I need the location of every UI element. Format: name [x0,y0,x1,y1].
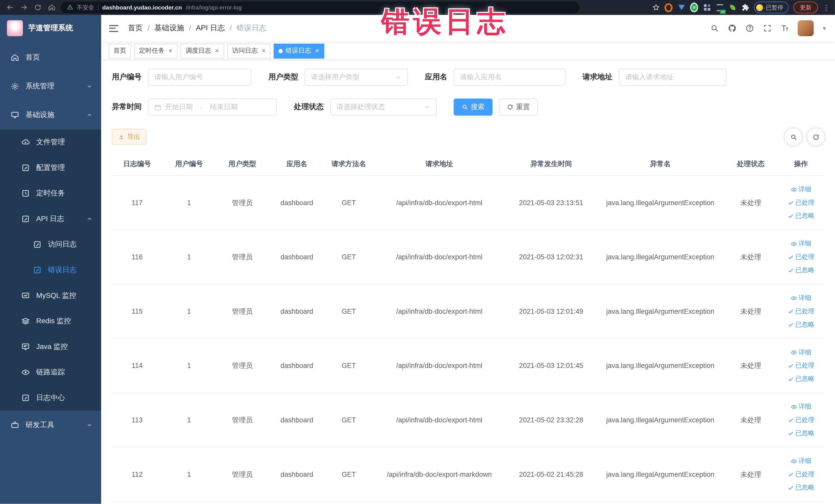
fullscreen-icon[interactable] [762,23,772,33]
process-action-link[interactable]: 已处理 [787,198,814,207]
detail-action-link[interactable]: 详细 [791,185,811,194]
reset-button[interactable]: 重置 [499,99,538,116]
tab-close-icon[interactable]: ✕ [168,48,173,54]
table-cell: 2021-05-03 12:01:49 [506,307,596,315]
tab-job-log[interactable]: 调度日志✕ [181,43,224,58]
tab-close-icon[interactable]: ✕ [261,48,266,54]
refresh-table-icon[interactable] [807,128,824,145]
extension-blue-icon[interactable] [677,3,685,11]
tab-job[interactable]: 定时任务✕ [134,43,178,58]
toggle-search-icon[interactable] [785,128,802,145]
address-bar[interactable]: 不安全 dashboard.yudao.iocoder.cn/infra/log… [61,2,579,13]
filter-row-1: 用户编号 请输入用户编号 用户类型 请选择用户类型 应用名 请输入应用名 请求地… [112,69,824,86]
process-action-link[interactable]: 已处理 [787,470,814,479]
table-row: 1121管理员dashboardGET/api/infra/db-doc/exp… [112,447,824,502]
extension-on-icon[interactable]: on [716,3,724,11]
eye-icon [791,458,797,464]
github-icon[interactable] [728,23,737,33]
help-icon[interactable] [745,23,754,33]
process-action-link[interactable]: 已处理 [787,307,814,316]
sidebar-item-dev-tools[interactable]: 研发工具 [0,410,101,439]
extension-leaf-icon[interactable] [729,3,736,11]
process-action-link[interactable]: 已处理 [787,253,814,261]
extension-grid-icon[interactable] [703,3,711,11]
table-cell: GET [325,416,373,424]
sidebar-item-job[interactable]: 定时任务 [0,181,101,206]
tab-close-icon[interactable]: ✕ [315,48,319,54]
font-size-icon[interactable] [780,23,790,33]
sidebar-item-trace[interactable]: 链路追踪 [0,360,101,385]
exception-time-label: 异常时间 [112,102,142,112]
hamburger-icon[interactable] [109,25,118,32]
sidebar-item-infra[interactable]: 基础设施 [0,101,101,129]
search-button[interactable]: 搜索 [453,99,492,116]
detail-action-link[interactable]: 详细 [791,348,811,357]
extension-green-v-icon[interactable]: V [690,3,698,11]
check-icon [787,200,794,206]
ignore-action-link[interactable]: 已忽略 [787,483,814,492]
process-action-link[interactable]: 已处理 [787,416,814,424]
exception-time-range-picker[interactable]: 开始日期 - 结束日期 [148,99,277,116]
sidebar-item-redis[interactable]: Redis 监控 [0,308,101,334]
toolbox-icon [11,421,19,429]
sidebar-item-file[interactable]: 文件管理 [0,129,101,155]
avatar-caret-down-icon[interactable]: ▼ [822,25,827,31]
sidebar-item-api-log[interactable]: API 日志 [0,206,101,232]
bookmark-star-icon[interactable] [652,3,660,11]
ignore-action-link[interactable]: 已忽略 [787,211,814,221]
export-button[interactable]: 导出 [112,129,147,145]
app-name-input[interactable]: 请输入应用名 [453,69,566,86]
table-cell: /api/infra/db-doc/export-html [373,253,506,261]
detail-action-link[interactable]: 详细 [791,402,811,411]
reload-icon[interactable] [33,3,43,12]
back-icon[interactable] [5,3,15,12]
process-status-select[interactable]: 请选择处理状态 [330,99,436,116]
ignore-action-link[interactable]: 已忽略 [787,429,814,438]
detail-action-link[interactable]: 详细 [791,239,811,248]
ignore-action-link[interactable]: 已忽略 [787,266,814,275]
eye-icon [791,186,797,193]
column-header: 请求方法名 [325,159,373,169]
user-type-select[interactable]: 请选择用户类型 [305,69,408,86]
profile-paused-badge[interactable]: 已暂停 [754,2,789,13]
tab-error-log[interactable]: 错误日志✕ [274,43,324,58]
tab-close-icon[interactable]: ✕ [215,48,219,54]
browser-menu-kebab-icon[interactable]: ⋮ [823,4,830,11]
calendar-icon [155,103,161,110]
tab-home[interactable]: 首页 [108,43,131,58]
breadcrumb-item[interactable]: API 日志 [196,23,225,33]
sidebar-item-system[interactable]: 系统管理 [0,72,101,101]
process-action-link[interactable]: 已处理 [787,361,814,370]
user-id-label: 用户编号 [112,73,142,82]
ignore-action-link[interactable]: 已忽略 [787,374,814,383]
request-url-input[interactable]: 请输入请求地址 [619,69,727,86]
home-icon[interactable] [47,3,57,12]
table-cell: 未处理 [724,415,777,425]
sidebar-item-log-center[interactable]: 日志中心 [0,385,101,411]
sidebar-item-mysql[interactable]: MySQL 监控 [0,283,101,309]
security-warning-icon [67,4,73,11]
app-header: 首页/ 基础设施/ API 日志/ 错误日志 ▼ [101,15,835,42]
tab-access-log[interactable]: 访问日志✕ [227,43,270,58]
update-button[interactable]: 更新 [793,2,818,13]
user-avatar[interactable] [798,20,814,36]
breadcrumb-item[interactable]: 基础设施 [154,23,184,33]
extension-orange-icon[interactable] [665,3,673,11]
edit-square-icon [21,394,30,402]
security-label[interactable]: 不安全 [77,3,94,11]
sidebar-item-config[interactable]: 配置管理 [0,155,101,181]
sidebar-item-access-log[interactable]: 访问日志 [0,231,101,257]
forward-icon[interactable] [19,3,29,12]
sidebar-item-home[interactable]: 首页 [0,43,101,72]
sidebar-item-java[interactable]: Java 监控 [0,334,101,360]
detail-action-link[interactable]: 详细 [791,457,811,465]
logo[interactable]: 芋道管理系统 [0,15,101,42]
sidebar-item-error-log[interactable]: 错误日志 [0,257,101,283]
detail-action-link[interactable]: 详细 [791,294,811,302]
profile-avatar-emoji [756,4,763,11]
ignore-action-link[interactable]: 已忽略 [787,320,814,329]
extensions-puzzle-icon[interactable] [741,3,749,11]
breadcrumb-item[interactable]: 首页 [128,23,143,33]
user-id-input[interactable]: 请输入用户编号 [148,69,251,86]
header-search-icon[interactable] [710,23,719,33]
